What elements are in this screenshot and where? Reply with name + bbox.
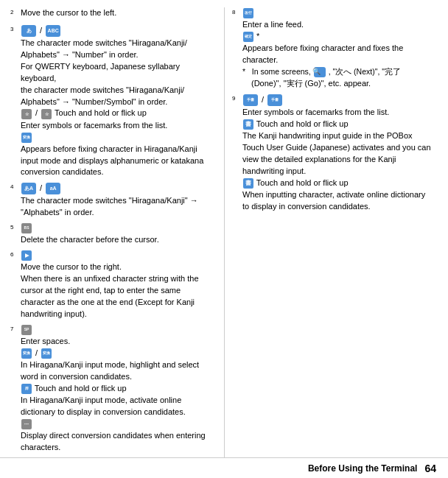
section-6-content: ▶ Move the cursor to the right. When the… [21, 250, 217, 320]
section-9-content: 手書 / 手書 Enter symbols or facemarks from … [242, 94, 438, 213]
section-num-2: 2 [10, 7, 21, 21]
section-2-content: Move the cursor to the left. [21, 7, 217, 19]
section-2: 2 Move the cursor to the left. [10, 7, 217, 21]
footer-label: Before Using the Terminal [308, 463, 417, 474]
section-num-7: 7 [10, 324, 21, 337]
section-6: 6 ▶ Move the cursor to the right. When t… [10, 250, 217, 320]
kanji-guide-icon: 書 [243, 119, 253, 130]
symbol-icon-2: ☆ [41, 109, 52, 119]
right-column: 8 改行 Enter a line feed. 確定 * Appears bef… [224, 7, 448, 471]
symbol-icon-1: ☆ [21, 109, 32, 119]
section-num-4: 4 [10, 182, 21, 195]
left-column: 2 Move the cursor to the left. 3 あ / ABC… [0, 7, 224, 471]
page-container: 2 Move the cursor to the left. 3 あ / ABC… [0, 0, 448, 478]
convert-icon-1: 変換 [21, 133, 32, 143]
footer-page: 64 [424, 463, 436, 474]
kanji-icon-2: 変換 [41, 348, 52, 359]
section-num-6: 6 [10, 250, 21, 263]
section-7-content: SP Enter spaces. 変換 / 変換 In Hiragana/Kan… [21, 324, 217, 454]
section-num-9: 9 [232, 94, 242, 107]
charmode-icon-4: aA [46, 183, 60, 194]
char-mode-icon-2: ABC [46, 25, 60, 37]
linefeed-icon: 改行 [243, 8, 253, 18]
space-icon: SP [21, 325, 32, 335]
section-3: 3 あ / ABC The character mode switches "H… [10, 24, 217, 179]
footer-bar: Before Using the Terminal 64 [0, 457, 448, 478]
section-9: 9 手書 / 手書 Enter symbols or facemarks fro… [232, 94, 438, 213]
section-3-content: あ / ABC The character mode switches "Hir… [21, 24, 217, 179]
backspace-icon: BS [21, 223, 32, 233]
section-5: 5 BS Delete the character before the cur… [10, 222, 217, 246]
char-mode-icon-1: あ [21, 25, 36, 37]
cursor-right-icon: ▶ [21, 250, 32, 261]
handwrite-icon-1: 手書 [243, 94, 258, 106]
section-8-content: 改行 Enter a line feed. 確定 * Appears befor… [242, 7, 438, 90]
section-7: 7 SP Enter spaces. 変換 / 変換 In Hiragana/K… [10, 324, 217, 454]
section-2-text: Move the cursor to the left. [21, 7, 217, 19]
dots-icon: ··· [21, 419, 32, 429]
section-8: 8 改行 Enter a line feed. 確定 * Appears bef… [232, 7, 438, 90]
fix-icon: 確定 [243, 32, 253, 42]
section-num-3: 3 [10, 24, 21, 38]
search-icon: 🔍 [314, 67, 326, 77]
section-4-content: あA / aA The character mode switches "Hir… [21, 182, 217, 219]
section-5-content: BS Delete the character before the curso… [21, 222, 217, 246]
charmode-icon-3: あA [21, 183, 36, 194]
kanji-guide-icon-2: 書 [243, 178, 253, 189]
dict-icon: 辞 [21, 384, 32, 394]
section-4: 4 あA / aA The character mode switches "H… [10, 182, 217, 219]
s3-icon-row: あ / ABC [21, 24, 217, 38]
kanji-icon-1: 変換 [21, 348, 32, 359]
handwrite-icon-2: 手書 [267, 94, 282, 106]
section-num-8: 8 [232, 7, 242, 21]
section-num-5: 5 [10, 222, 21, 236]
